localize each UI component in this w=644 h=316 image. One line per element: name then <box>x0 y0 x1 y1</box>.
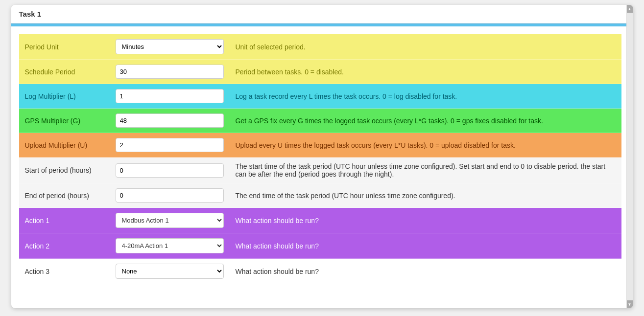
table-row-action2: Action 2NoneModbus Action 14-20mA Action… <box>19 233 621 259</box>
scrollbar-down-button[interactable] <box>627 300 633 308</box>
description-upload-multiplier: Upload every U times the logged task occ… <box>230 133 621 158</box>
label-action3: Action 3 <box>19 259 110 284</box>
window-title: Task 1 <box>19 10 42 18</box>
select-action1[interactable]: NoneModbus Action 14-20mA Action 1 <box>116 213 224 228</box>
input-log-multiplier[interactable] <box>116 89 224 103</box>
value-cell-upload-multiplier[interactable] <box>110 133 230 158</box>
label-gps-multiplier: GPS Multiplier (G) <box>19 109 110 133</box>
input-end-period[interactable] <box>116 188 224 203</box>
table-row-end-period: End of period (hours)The end time of the… <box>19 183 621 208</box>
description-action3: What action should be run? <box>230 259 621 284</box>
table-row-gps-multiplier: GPS Multiplier (G)Get a GPS fix every G … <box>19 109 621 133</box>
value-cell-gps-multiplier[interactable] <box>110 109 230 133</box>
label-start-period: Start of period (hours) <box>19 158 110 183</box>
table-row-action1: Action 1NoneModbus Action 14-20mA Action… <box>19 208 621 233</box>
description-start-period: The start time of the task period (UTC h… <box>230 158 621 183</box>
table-row-period-unit: Period UnitMinutesHoursDaysSecondsUnit o… <box>19 34 621 60</box>
table-row-schedule-period: Schedule PeriodPeriod between tasks. 0 =… <box>19 60 621 84</box>
value-cell-log-multiplier[interactable] <box>110 84 230 109</box>
label-period-unit: Period Unit <box>19 34 110 60</box>
settings-table: Period UnitMinutesHoursDaysSecondsUnit o… <box>19 34 621 284</box>
value-cell-schedule-period[interactable] <box>110 60 230 84</box>
input-upload-multiplier[interactable] <box>116 138 224 152</box>
select-action3[interactable]: NoneModbus Action 14-20mA Action 1 <box>116 264 224 279</box>
value-cell-action3[interactable]: NoneModbus Action 14-20mA Action 1 <box>110 259 230 284</box>
select-action2[interactable]: NoneModbus Action 14-20mA Action 1 <box>116 238 224 253</box>
table-row-start-period: Start of period (hours)The start time of… <box>19 158 621 183</box>
description-period-unit: Unit of selected period. <box>230 34 621 60</box>
table-row-log-multiplier: Log Multiplier (L)Log a task record ever… <box>19 84 621 109</box>
description-schedule-period: Period between tasks. 0 = disabled. <box>230 60 621 84</box>
input-gps-multiplier[interactable] <box>116 113 224 128</box>
value-cell-start-period[interactable] <box>110 158 230 183</box>
input-schedule-period[interactable] <box>116 65 224 79</box>
label-log-multiplier: Log Multiplier (L) <box>19 84 110 109</box>
description-gps-multiplier: Get a GPS fix every G times the logged t… <box>230 109 621 133</box>
description-end-period: The end time of the task period (UTC hou… <box>230 183 621 208</box>
value-cell-action2[interactable]: NoneModbus Action 14-20mA Action 1 <box>110 233 230 259</box>
title-bar: Task 1 <box>11 5 633 23</box>
description-action2: What action should be run? <box>230 233 621 259</box>
label-action2: Action 2 <box>19 233 110 259</box>
input-start-period[interactable] <box>116 163 224 178</box>
value-cell-action1[interactable]: NoneModbus Action 14-20mA Action 1 <box>110 208 230 233</box>
content-area: Period UnitMinutesHoursDaysSecondsUnit o… <box>11 26 633 292</box>
label-schedule-period: Schedule Period <box>19 60 110 84</box>
select-period-unit[interactable]: MinutesHoursDaysSeconds <box>116 39 224 54</box>
table-row-action3: Action 3NoneModbus Action 14-20mA Action… <box>19 259 621 284</box>
scrollbar-track <box>626 5 633 308</box>
scrollbar-up-button[interactable] <box>627 5 633 13</box>
main-window: Task 1 Period UnitMinutesHoursDaysSecond… <box>11 5 633 308</box>
label-upload-multiplier: Upload Multiplier (U) <box>19 133 110 158</box>
table-row-upload-multiplier: Upload Multiplier (U)Upload every U time… <box>19 133 621 158</box>
label-action1: Action 1 <box>19 208 110 233</box>
value-cell-period-unit[interactable]: MinutesHoursDaysSeconds <box>110 34 230 60</box>
description-action1: What action should be run? <box>230 208 621 233</box>
value-cell-end-period[interactable] <box>110 183 230 208</box>
label-end-period: End of period (hours) <box>19 183 110 208</box>
description-log-multiplier: Log a task record every L times the task… <box>230 84 621 109</box>
